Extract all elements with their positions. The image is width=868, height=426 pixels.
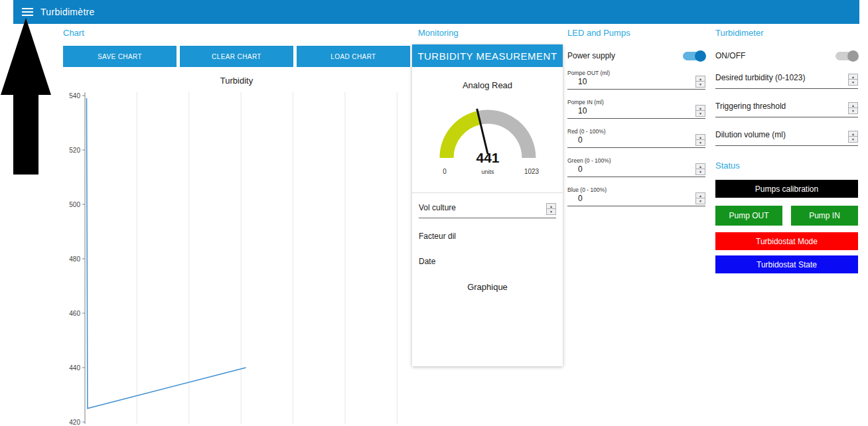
- toggle-knob: [695, 50, 706, 62]
- spinner-up-icon[interactable]: ▲: [696, 193, 705, 198]
- spinner-down-icon[interactable]: ▼: [849, 137, 857, 142]
- spinner-down-icon[interactable]: ▼: [849, 108, 857, 113]
- gauge-max-label: 1023: [524, 168, 539, 175]
- desired-turbidity-spinner[interactable]: ▲▼: [848, 74, 858, 86]
- blue-input[interactable]: 0: [567, 193, 705, 205]
- spinner-down-icon[interactable]: ▼: [849, 80, 857, 85]
- red-label: Red (0 - 100%): [567, 128, 705, 135]
- svg-text:540: 540: [69, 92, 80, 100]
- red-spinner[interactable]: ▲▼: [695, 134, 705, 146]
- blue-spinner[interactable]: ▲▼: [695, 192, 705, 204]
- status-heading: Status: [715, 161, 858, 171]
- green-spinner[interactable]: ▲▼: [695, 163, 705, 175]
- svg-text:420: 420: [69, 419, 80, 426]
- desired-turbidity-field[interactable]: Desired turbidity (0-1023) ▲▼: [715, 70, 858, 89]
- pompe-out-field[interactable]: Pompe OUT (ml) 10 ▲▼: [567, 70, 705, 90]
- spinner-up-icon[interactable]: ▲: [547, 204, 555, 209]
- app-title: Turbidimètre: [40, 7, 95, 17]
- spinner-up-icon[interactable]: ▲: [849, 103, 857, 108]
- turbidity-gauge: 441 0 units 1023: [425, 100, 551, 178]
- spinner-down-icon[interactable]: ▼: [696, 111, 705, 116]
- gauge-units-label: units: [481, 169, 494, 175]
- monitoring-card: TURBIDITY MEASUREMENT Analog Read 441 0 …: [412, 44, 563, 366]
- pompe-out-input[interactable]: 10: [567, 76, 705, 88]
- dilution-volume-label: Dilution volume (ml): [715, 130, 786, 139]
- annotation-arrow-icon: [1, 18, 51, 175]
- pompe-in-field[interactable]: Pompe IN (ml) 10 ▲▼: [567, 99, 705, 119]
- app-header: Turbidimètre: [13, 0, 859, 24]
- chart-section: Chart SAVE CHART CLEAR CHART LOAD CHART …: [63, 28, 410, 424]
- save-chart-button[interactable]: SAVE CHART: [63, 46, 177, 67]
- vol-culture-label: Vol culture: [419, 203, 456, 212]
- chart-title: Turbidity: [63, 76, 410, 86]
- pompe-in-spinner[interactable]: ▲▼: [695, 105, 705, 117]
- triggering-threshold-label: Triggering threshold: [715, 102, 786, 111]
- power-supply-row: Power supply: [567, 51, 705, 60]
- date-label: Date: [419, 257, 556, 266]
- svg-text:460: 460: [69, 310, 80, 317]
- spinner-down-icon[interactable]: ▼: [696, 169, 705, 175]
- turbidity-line-chart: 540520500480460440420: [63, 92, 410, 424]
- hamburger-menu-icon[interactable]: [22, 8, 33, 16]
- turbidimeter-section: Turbidimeter ON/OFF Desired turbidity (0…: [715, 28, 858, 273]
- spinner-up-icon[interactable]: ▲: [696, 135, 705, 140]
- vol-culture-spinner[interactable]: ▲▼: [546, 203, 556, 215]
- pompe-out-spinner[interactable]: ▲▼: [695, 76, 705, 88]
- pump-buttons-row: Pump OUT Pump IN: [715, 206, 858, 226]
- power-supply-toggle[interactable]: [683, 52, 705, 60]
- pumps-calibration-button[interactable]: Pumps calibration: [715, 180, 858, 198]
- pump-out-button[interactable]: Pump OUT: [715, 206, 782, 226]
- spinner-down-icon[interactable]: ▼: [696, 82, 705, 87]
- blue-field[interactable]: Blue (0 - 100%) 0 ▲▼: [567, 186, 705, 206]
- spinner-up-icon[interactable]: ▲: [696, 106, 705, 111]
- green-input[interactable]: 0: [567, 164, 705, 176]
- spinner-down-icon[interactable]: ▼: [696, 198, 705, 204]
- svg-text:480: 480: [69, 255, 80, 263]
- vol-culture-field[interactable]: Vol culture ▲▼: [419, 201, 556, 218]
- green-field[interactable]: Green (0 - 100%) 0 ▲▼: [567, 157, 705, 177]
- spinner-up-icon[interactable]: ▲: [696, 76, 705, 82]
- onoff-label: ON/OFF: [715, 51, 745, 60]
- onoff-toggle[interactable]: [835, 52, 858, 60]
- app-window: Turbidimètre Chart SAVE CHART CLEAR CHAR…: [0, 0, 868, 426]
- monitoring-section: Monitoring TURBIDITY MEASUREMENT Analog …: [412, 28, 563, 366]
- dilution-volume-spinner[interactable]: ▲▼: [848, 131, 858, 143]
- blue-label: Blue (0 - 100%): [567, 186, 705, 193]
- svg-text:500: 500: [69, 201, 80, 208]
- turbidimeter-heading: Turbidimeter: [715, 28, 858, 38]
- dilution-volume-field[interactable]: Dilution volume (ml) ▲▼: [715, 127, 858, 146]
- green-label: Green (0 - 100%): [567, 157, 705, 164]
- spinner-down-icon[interactable]: ▼: [696, 140, 705, 145]
- turbidostat-state-button[interactable]: Turbidostat State: [715, 255, 858, 273]
- facteur-dil-label: Facteur dil: [419, 232, 556, 241]
- turbidity-measurement-banner: TURBIDITY MEASUREMENT: [412, 44, 563, 67]
- spinner-up-icon[interactable]: ▲: [696, 164, 705, 169]
- divider: [412, 192, 563, 193]
- turbidostat-mode-button[interactable]: Turbidostat Mode: [715, 232, 858, 250]
- graphique-label: Graphique: [412, 282, 563, 292]
- red-input[interactable]: 0: [567, 135, 705, 147]
- triggering-threshold-spinner[interactable]: ▲▼: [848, 102, 858, 114]
- desired-turbidity-label: Desired turbidity (0-1023): [715, 73, 805, 82]
- pompe-in-input[interactable]: 10: [567, 106, 705, 117]
- gauge-min-label: 0: [443, 168, 447, 175]
- led-pumps-section: LED and Pumps Power supply Pompe OUT (ml…: [567, 28, 705, 206]
- led-pumps-heading: LED and Pumps: [567, 28, 705, 38]
- monitoring-heading: Monitoring: [412, 28, 563, 38]
- load-chart-button[interactable]: LOAD CHART: [297, 46, 410, 67]
- triggering-threshold-field[interactable]: Triggering threshold ▲▼: [715, 98, 858, 117]
- pompe-out-label: Pompe OUT (ml): [567, 70, 705, 76]
- chart-button-row: SAVE CHART CLEAR CHART LOAD CHART: [63, 46, 410, 67]
- spinner-up-icon[interactable]: ▲: [849, 131, 857, 137]
- pump-in-button[interactable]: Pump IN: [791, 206, 858, 226]
- pompe-in-label: Pompe IN (ml): [567, 99, 705, 106]
- red-field[interactable]: Red (0 - 100%) 0 ▲▼: [567, 128, 705, 148]
- toggle-knob: [847, 50, 859, 62]
- onoff-row: ON/OFF: [715, 51, 858, 60]
- power-supply-label: Power supply: [567, 51, 615, 60]
- clear-chart-button[interactable]: CLEAR CHART: [180, 46, 293, 67]
- spinner-up-icon[interactable]: ▲: [849, 74, 857, 80]
- svg-text:440: 440: [69, 364, 80, 372]
- spinner-down-icon[interactable]: ▼: [547, 209, 555, 214]
- svg-text:520: 520: [69, 147, 80, 154]
